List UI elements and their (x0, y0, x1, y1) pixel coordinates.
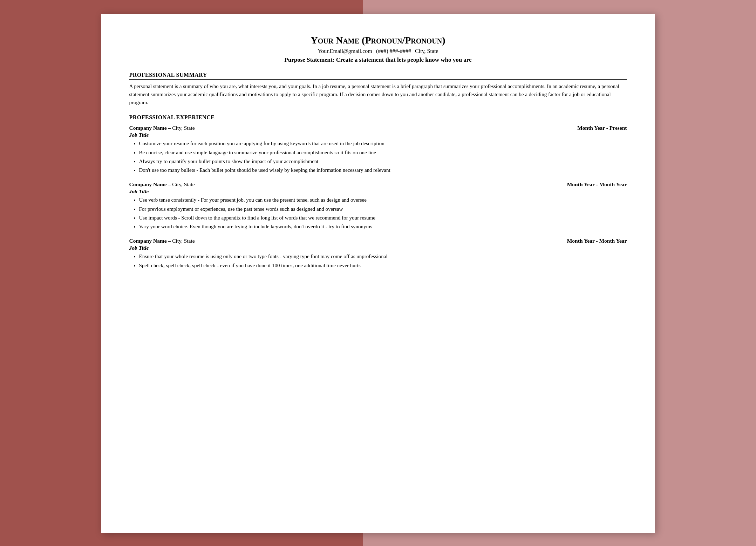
candidate-name: Your Name (Pronoun/Pronoun) (129, 35, 627, 46)
list-item: Vary your word choice. Even though you a… (139, 223, 627, 231)
job-entry-3: Company Name – City, State Month Year - … (129, 238, 627, 270)
list-item: Use impact words - Scroll down to the ap… (139, 214, 627, 222)
professional-summary-title: Professional Summary (129, 72, 627, 80)
job-bullets-2: Use verb tense consistently - For your p… (129, 196, 627, 231)
resume-header: Your Name (Pronoun/Pronoun) Your.Email@g… (129, 35, 627, 63)
job-title-1: Job Title (129, 132, 627, 138)
list-item: Customize your resume for each position … (139, 140, 627, 148)
job-dates-1: Month Year - Present (577, 125, 627, 131)
professional-summary-body: A personal statement is a summary of who… (129, 82, 627, 107)
list-item: Ensure that your whole resume is using o… (139, 252, 627, 261)
job-bullets-3: Ensure that your whole resume is using o… (129, 252, 627, 270)
professional-experience-section: Professional Experience Company Name – C… (129, 114, 627, 270)
list-item: Use verb tense consistently - For your p… (139, 196, 627, 204)
job-company-1: Company Name – City, State (129, 125, 195, 131)
list-item: Spell check, spell check, spell check - … (139, 262, 627, 270)
job-dates-3: Month Year - Month Year (567, 238, 627, 244)
job-header-3: Company Name – City, State Month Year - … (129, 238, 627, 244)
list-item: Always try to quantify your bullet point… (139, 157, 627, 166)
job-title-2: Job Title (129, 188, 627, 195)
list-item: For previous employment or experiences, … (139, 205, 627, 213)
job-title-3: Job Title (129, 245, 627, 251)
purpose-statement: Purpose Statement: Create a statement th… (129, 56, 627, 63)
job-entry-2: Company Name – City, State Month Year - … (129, 181, 627, 231)
resume-document: Your Name (Pronoun/Pronoun) Your.Email@g… (101, 14, 655, 533)
list-item: Don't use too many bullets - Each bullet… (139, 166, 627, 174)
job-header-2: Company Name – City, State Month Year - … (129, 181, 627, 188)
job-dates-2: Month Year - Month Year (567, 181, 627, 188)
professional-experience-title: Professional Experience (129, 114, 627, 122)
contact-info: Your.Email@gmail.com | (###) ###-#### | … (129, 48, 627, 54)
job-bullets-1: Customize your resume for each position … (129, 140, 627, 174)
job-header-1: Company Name – City, State Month Year - … (129, 125, 627, 131)
professional-summary-section: Professional Summary A personal statemen… (129, 72, 627, 107)
job-company-3: Company Name – City, State (129, 238, 195, 244)
job-company-2: Company Name – City, State (129, 181, 195, 188)
list-item: Be concise, clear and use simple languag… (139, 149, 627, 157)
job-entry-1: Company Name – City, State Month Year - … (129, 125, 627, 174)
